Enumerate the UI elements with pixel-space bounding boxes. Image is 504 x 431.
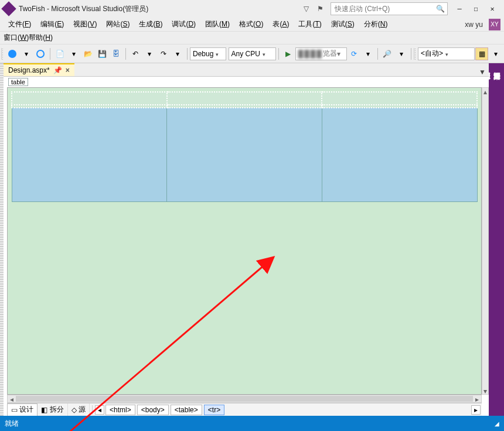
document-tab-design-aspx[interactable]: Design.aspx* 📌 × bbox=[4, 63, 74, 76]
menu-window[interactable]: 窗口(W) bbox=[4, 33, 29, 43]
browser-dropdown[interactable]: ████览器 ▾ bbox=[295, 47, 347, 60]
open-file-button[interactable]: 📂 bbox=[81, 47, 94, 60]
save-all-button[interactable]: 🗄 bbox=[110, 47, 122, 60]
breadcrumb-body[interactable]: <body> bbox=[137, 405, 169, 415]
menu-table[interactable]: 表(A) bbox=[268, 18, 294, 30]
table-cell[interactable] bbox=[167, 92, 322, 105]
solution-platform-dropdown[interactable]: Any CPU bbox=[229, 47, 276, 60]
new-project-button[interactable]: 📄 bbox=[53, 47, 66, 60]
redo-button[interactable]: ↷ bbox=[157, 47, 170, 60]
find-split[interactable]: ▾ bbox=[395, 47, 408, 60]
view-design[interactable]: ▭ 设计 bbox=[7, 403, 38, 416]
document-area: Design.aspx* 📌 × ▼ table bbox=[0, 63, 504, 416]
feedback-icon[interactable]: ⚑ bbox=[314, 5, 326, 13]
horizontal-scrollbar[interactable]: ◂ ▸ bbox=[7, 395, 482, 403]
maximize-button[interactable]: ☐ bbox=[468, 5, 484, 13]
menu-tools[interactable]: 工具(T) bbox=[294, 18, 326, 30]
menu-edit[interactable]: 编辑(E) bbox=[36, 18, 69, 30]
menu-analyze[interactable]: 分析(N) bbox=[359, 18, 393, 30]
table-cell[interactable] bbox=[12, 92, 167, 105]
search-icon[interactable]: 🔍 bbox=[436, 5, 445, 13]
menu-build[interactable]: 生成(B) bbox=[134, 18, 167, 30]
nav-back-split[interactable]: ▾ bbox=[20, 47, 33, 60]
source-icon: ◇ bbox=[71, 406, 77, 414]
element-tag-chip[interactable]: table bbox=[8, 78, 28, 86]
document-tabstrip: Design.aspx* 📌 × ▼ bbox=[4, 63, 489, 76]
window-title: TwoFish - Microsoft Visual Studio(管理员) bbox=[19, 4, 148, 14]
style-application-split[interactable]: ▾ bbox=[489, 47, 502, 60]
design-icon: ▭ bbox=[11, 406, 18, 414]
quick-launch-input[interactable] bbox=[333, 4, 436, 13]
table-row[interactable] bbox=[12, 108, 477, 201]
panel-solution-explorer[interactable]: 解决方案资源管理器 bbox=[492, 67, 502, 406]
menu-site[interactable]: 网站(S) bbox=[101, 18, 134, 30]
tab-title: Design.aspx* bbox=[8, 66, 50, 74]
scroll-right-icon[interactable]: ▸ bbox=[473, 395, 481, 402]
menu-debug[interactable]: 调试(D) bbox=[167, 18, 200, 30]
tab-overflow-dropdown[interactable]: ▼ bbox=[476, 68, 489, 76]
menu-format[interactable]: 格式(O) bbox=[234, 18, 268, 30]
refresh-split[interactable]: ▾ bbox=[362, 47, 374, 60]
view-source[interactable]: ◇ 源 bbox=[68, 403, 90, 416]
table-cell[interactable] bbox=[322, 108, 477, 201]
nav-back-button[interactable] bbox=[6, 47, 19, 60]
start-debug-button[interactable]: ▶ bbox=[282, 47, 295, 60]
scroll-left-icon[interactable]: ◂ bbox=[8, 395, 16, 402]
split-icon: ◧ bbox=[41, 406, 47, 414]
toolbar-grip2-icon[interactable] bbox=[414, 48, 417, 60]
scrollbar-thumb[interactable] bbox=[16, 396, 473, 402]
menu-help[interactable]: 帮助(H) bbox=[29, 33, 53, 43]
breadcrumb-tr[interactable]: <tr> bbox=[204, 405, 224, 415]
tab-close-icon[interactable]: × bbox=[66, 66, 70, 74]
undo-split[interactable]: ▾ bbox=[143, 47, 156, 60]
table-row[interactable] bbox=[12, 92, 477, 105]
table-cell[interactable] bbox=[167, 108, 322, 201]
close-button[interactable]: ✕ bbox=[484, 5, 500, 13]
breadcrumb-prev[interactable]: ◂ bbox=[95, 405, 104, 415]
undo-button[interactable]: ↶ bbox=[129, 47, 142, 60]
resize-grip-icon[interactable]: ◢ bbox=[495, 420, 499, 427]
solution-config-dropdown[interactable]: Debug bbox=[190, 47, 226, 60]
right-autohide-panel: 解决方案资源管理器 团队资源管理器 属性 bbox=[489, 63, 504, 416]
scroll-down-icon[interactable]: ▾ bbox=[482, 387, 488, 394]
notifications-icon[interactable]: ▽ bbox=[300, 5, 312, 13]
user-badge[interactable]: XY bbox=[489, 19, 500, 30]
vs-logo-icon bbox=[1, 1, 16, 16]
designer-wrap: table ▴ ▾ bbox=[4, 76, 489, 416]
standard-toolbar: ▾ 📄 ▾ 📂 💾 🗄 ↶ ▾ ↷ ▾ Debug Any CPU ▶ ████… bbox=[0, 45, 504, 63]
save-button[interactable]: 💾 bbox=[96, 47, 108, 60]
style-application-button[interactable]: ▦ bbox=[475, 47, 488, 60]
breadcrumb-html[interactable]: <html> bbox=[105, 405, 135, 415]
status-bar: 就绪 ◢ bbox=[0, 416, 504, 431]
new-project-split[interactable]: ▾ bbox=[67, 47, 80, 60]
editor-host: Design.aspx* 📌 × ▼ table bbox=[4, 63, 489, 416]
view-switch-bar: ▭ 设计 ◧ 拆分 ◇ 源 ◂ <html> <body> <table> <t… bbox=[7, 403, 482, 416]
scroll-up-icon[interactable]: ▴ bbox=[482, 88, 488, 95]
breadcrumb-next[interactable]: ▸ bbox=[471, 405, 481, 415]
signed-in-user[interactable]: xw yu bbox=[465, 20, 483, 29]
target-rule-dropdown[interactable]: <自动> bbox=[418, 47, 475, 60]
breadcrumb-table[interactable]: <table> bbox=[171, 405, 202, 415]
nav-forward-button[interactable] bbox=[34, 47, 47, 60]
pin-icon[interactable]: 📌 bbox=[53, 66, 62, 74]
design-table[interactable] bbox=[11, 91, 478, 202]
menu-test[interactable]: 测试(S) bbox=[326, 18, 359, 30]
title-bar: TwoFish - Microsoft Visual Studio(管理员) ▽… bbox=[0, 0, 504, 18]
quick-launch[interactable]: 🔍 bbox=[331, 2, 448, 15]
design-surface[interactable] bbox=[7, 87, 482, 395]
redo-split[interactable]: ▾ bbox=[171, 47, 184, 60]
table-cell[interactable] bbox=[322, 92, 477, 105]
minimize-button[interactable]: — bbox=[451, 5, 468, 13]
view-split[interactable]: ◧ 拆分 bbox=[38, 403, 67, 416]
menu-file[interactable]: 文件(F) bbox=[4, 18, 36, 30]
status-text: 就绪 bbox=[5, 419, 19, 429]
menu-team[interactable]: 团队(M) bbox=[200, 18, 234, 30]
menu-view[interactable]: 视图(V) bbox=[69, 18, 101, 30]
toolbar-grip-icon[interactable] bbox=[1, 48, 4, 60]
menu-bar-2: 窗口(W) 帮助(H) bbox=[0, 32, 504, 45]
menu-bar: 文件(F) 编辑(E) 视图(V) 网站(S) 生成(B) 调试(D) 团队(M… bbox=[0, 18, 504, 32]
find-in-files-button[interactable]: 🔎 bbox=[381, 47, 394, 60]
refresh-button[interactable]: ⟳ bbox=[348, 47, 360, 60]
vertical-scrollbar[interactable]: ▴ ▾ bbox=[482, 87, 489, 395]
table-cell[interactable] bbox=[12, 108, 167, 201]
